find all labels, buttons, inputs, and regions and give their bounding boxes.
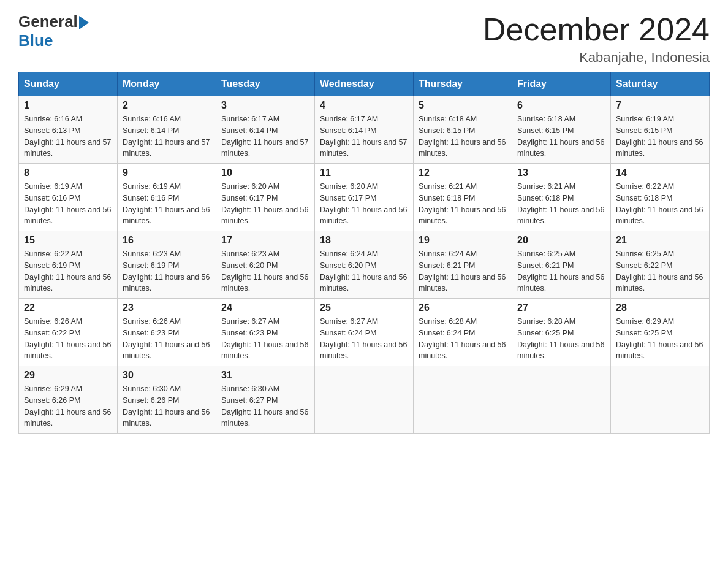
day-number: 10 (221, 167, 309, 178)
day-number: 16 (123, 235, 211, 246)
day-info: Sunrise: 6:22 AM Sunset: 6:18 PM Dayligh… (616, 181, 704, 227)
day-info: Sunrise: 6:18 AM Sunset: 6:15 PM Dayligh… (517, 113, 605, 159)
calendar-header-sunday: Sunday (19, 72, 118, 96)
calendar-cell: 27 Sunrise: 6:28 AM Sunset: 6:25 PM Dayl… (512, 299, 611, 366)
day-info: Sunrise: 6:20 AM Sunset: 6:17 PM Dayligh… (320, 181, 408, 227)
calendar-cell: 8 Sunrise: 6:19 AM Sunset: 6:16 PM Dayli… (19, 164, 118, 231)
day-number: 12 (419, 167, 507, 178)
logo: General Blue (18, 12, 89, 50)
calendar-cell: 23 Sunrise: 6:26 AM Sunset: 6:23 PM Dayl… (118, 299, 216, 366)
day-info: Sunrise: 6:25 AM Sunset: 6:22 PM Dayligh… (616, 248, 704, 294)
calendar-cell: 22 Sunrise: 6:26 AM Sunset: 6:22 PM Dayl… (19, 299, 118, 366)
calendar-cell: 3 Sunrise: 6:17 AM Sunset: 6:14 PM Dayli… (216, 96, 315, 164)
calendar-week-row: 1 Sunrise: 6:16 AM Sunset: 6:13 PM Dayli… (19, 96, 710, 164)
calendar-cell: 1 Sunrise: 6:16 AM Sunset: 6:13 PM Dayli… (19, 96, 118, 164)
location-text: Kabanjahe, Indonesia (483, 50, 710, 66)
day-number: 30 (123, 370, 211, 381)
day-number: 11 (320, 167, 408, 178)
day-info: Sunrise: 6:20 AM Sunset: 6:17 PM Dayligh… (221, 181, 309, 227)
page-header: General Blue December 2024 Kabanjahe, In… (18, 12, 710, 66)
day-number: 29 (24, 370, 112, 381)
calendar-cell: 21 Sunrise: 6:25 AM Sunset: 6:22 PM Dayl… (611, 231, 710, 299)
day-number: 24 (221, 302, 309, 313)
calendar-week-row: 8 Sunrise: 6:19 AM Sunset: 6:16 PM Dayli… (19, 164, 710, 231)
day-number: 26 (419, 302, 507, 313)
calendar-cell: 30 Sunrise: 6:30 AM Sunset: 6:26 PM Dayl… (118, 366, 216, 434)
day-number: 5 (419, 100, 507, 111)
day-number: 20 (517, 235, 605, 246)
day-number: 1 (24, 100, 112, 111)
day-info: Sunrise: 6:22 AM Sunset: 6:19 PM Dayligh… (24, 248, 112, 294)
logo-arrow-icon (79, 16, 89, 29)
day-info: Sunrise: 6:19 AM Sunset: 6:16 PM Dayligh… (24, 181, 112, 227)
day-number: 7 (616, 100, 704, 111)
calendar-cell (512, 366, 611, 434)
calendar-week-row: 29 Sunrise: 6:29 AM Sunset: 6:26 PM Dayl… (19, 366, 710, 434)
day-number: 17 (221, 235, 309, 246)
calendar-cell: 7 Sunrise: 6:19 AM Sunset: 6:15 PM Dayli… (611, 96, 710, 164)
calendar-cell (611, 366, 710, 434)
day-number: 18 (320, 235, 408, 246)
calendar-header-friday: Friday (512, 72, 611, 96)
day-info: Sunrise: 6:21 AM Sunset: 6:18 PM Dayligh… (419, 181, 507, 227)
calendar-week-row: 22 Sunrise: 6:26 AM Sunset: 6:22 PM Dayl… (19, 299, 710, 366)
day-number: 25 (320, 302, 408, 313)
day-info: Sunrise: 6:29 AM Sunset: 6:26 PM Dayligh… (24, 383, 112, 429)
day-info: Sunrise: 6:27 AM Sunset: 6:23 PM Dayligh… (221, 316, 309, 362)
calendar-cell: 14 Sunrise: 6:22 AM Sunset: 6:18 PM Dayl… (611, 164, 710, 231)
calendar-cell: 19 Sunrise: 6:24 AM Sunset: 6:21 PM Dayl… (414, 231, 512, 299)
day-number: 9 (123, 167, 211, 178)
day-number: 14 (616, 167, 704, 178)
calendar-header-tuesday: Tuesday (216, 72, 315, 96)
calendar-header-saturday: Saturday (611, 72, 710, 96)
day-number: 19 (419, 235, 507, 246)
day-info: Sunrise: 6:23 AM Sunset: 6:19 PM Dayligh… (123, 248, 211, 294)
calendar-header-monday: Monday (118, 72, 216, 96)
calendar-cell: 10 Sunrise: 6:20 AM Sunset: 6:17 PM Dayl… (216, 164, 315, 231)
calendar-cell: 24 Sunrise: 6:27 AM Sunset: 6:23 PM Dayl… (216, 299, 315, 366)
day-number: 21 (616, 235, 704, 246)
day-info: Sunrise: 6:21 AM Sunset: 6:18 PM Dayligh… (517, 181, 605, 227)
day-number: 23 (123, 302, 211, 313)
title-block: December 2024 Kabanjahe, Indonesia (483, 12, 710, 66)
day-info: Sunrise: 6:16 AM Sunset: 6:14 PM Dayligh… (123, 113, 211, 159)
calendar-cell: 20 Sunrise: 6:25 AM Sunset: 6:21 PM Dayl… (512, 231, 611, 299)
calendar-cell: 15 Sunrise: 6:22 AM Sunset: 6:19 PM Dayl… (19, 231, 118, 299)
calendar-week-row: 15 Sunrise: 6:22 AM Sunset: 6:19 PM Dayl… (19, 231, 710, 299)
day-info: Sunrise: 6:16 AM Sunset: 6:13 PM Dayligh… (24, 113, 112, 159)
day-info: Sunrise: 6:28 AM Sunset: 6:25 PM Dayligh… (517, 316, 605, 362)
day-info: Sunrise: 6:26 AM Sunset: 6:22 PM Dayligh… (24, 316, 112, 362)
day-number: 15 (24, 235, 112, 246)
calendar-cell: 18 Sunrise: 6:24 AM Sunset: 6:20 PM Dayl… (315, 231, 414, 299)
day-info: Sunrise: 6:17 AM Sunset: 6:14 PM Dayligh… (320, 113, 408, 159)
day-number: 8 (24, 167, 112, 178)
day-number: 22 (24, 302, 112, 313)
day-number: 27 (517, 302, 605, 313)
day-number: 13 (517, 167, 605, 178)
calendar-cell: 11 Sunrise: 6:20 AM Sunset: 6:17 PM Dayl… (315, 164, 414, 231)
calendar-header-thursday: Thursday (414, 72, 512, 96)
day-info: Sunrise: 6:29 AM Sunset: 6:25 PM Dayligh… (616, 316, 704, 362)
day-info: Sunrise: 6:25 AM Sunset: 6:21 PM Dayligh… (517, 248, 605, 294)
calendar-cell: 12 Sunrise: 6:21 AM Sunset: 6:18 PM Dayl… (414, 164, 512, 231)
day-info: Sunrise: 6:23 AM Sunset: 6:20 PM Dayligh… (221, 248, 309, 294)
month-title: December 2024 (483, 12, 710, 47)
day-number: 6 (517, 100, 605, 111)
calendar-cell: 5 Sunrise: 6:18 AM Sunset: 6:15 PM Dayli… (414, 96, 512, 164)
day-info: Sunrise: 6:24 AM Sunset: 6:20 PM Dayligh… (320, 248, 408, 294)
logo-blue-text: Blue (18, 31, 53, 50)
day-info: Sunrise: 6:24 AM Sunset: 6:21 PM Dayligh… (419, 248, 507, 294)
calendar-cell: 16 Sunrise: 6:23 AM Sunset: 6:19 PM Dayl… (118, 231, 216, 299)
day-info: Sunrise: 6:26 AM Sunset: 6:23 PM Dayligh… (123, 316, 211, 362)
calendar-cell: 9 Sunrise: 6:19 AM Sunset: 6:16 PM Dayli… (118, 164, 216, 231)
day-info: Sunrise: 6:17 AM Sunset: 6:14 PM Dayligh… (221, 113, 309, 159)
calendar-cell: 26 Sunrise: 6:28 AM Sunset: 6:24 PM Dayl… (414, 299, 512, 366)
calendar-table: SundayMondayTuesdayWednesdayThursdayFrid… (18, 72, 710, 434)
day-info: Sunrise: 6:19 AM Sunset: 6:16 PM Dayligh… (123, 181, 211, 227)
day-info: Sunrise: 6:18 AM Sunset: 6:15 PM Dayligh… (419, 113, 507, 159)
calendar-cell: 31 Sunrise: 6:30 AM Sunset: 6:27 PM Dayl… (216, 366, 315, 434)
day-info: Sunrise: 6:30 AM Sunset: 6:27 PM Dayligh… (221, 383, 309, 429)
calendar-cell: 17 Sunrise: 6:23 AM Sunset: 6:20 PM Dayl… (216, 231, 315, 299)
calendar-header-row: SundayMondayTuesdayWednesdayThursdayFrid… (19, 72, 710, 96)
calendar-header-wednesday: Wednesday (315, 72, 414, 96)
